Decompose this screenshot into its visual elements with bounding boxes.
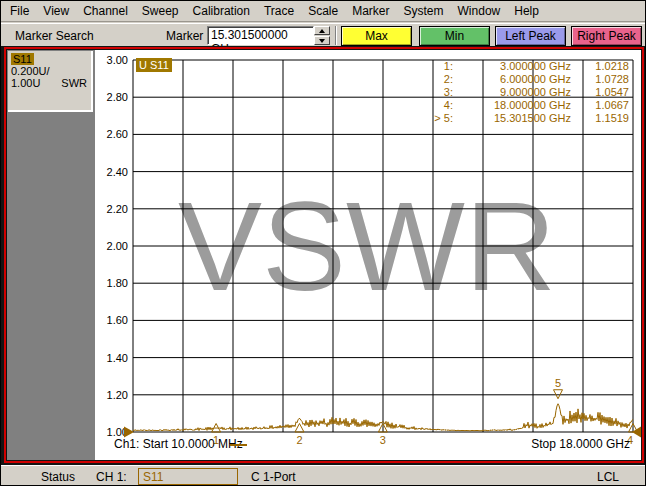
toolbar-button-left-peak[interactable]: Left Peak — [495, 26, 566, 46]
marker-table-cell: 6.000000 GHz — [453, 73, 571, 86]
marker-search-toolbar: Marker Search Marker 5 15.301500000 GHz … — [1, 23, 645, 46]
toolbar-button-right-peak[interactable]: Right Peak — [571, 26, 642, 46]
menu-item-scale[interactable]: Scale — [301, 2, 345, 21]
trace-format: SWR — [61, 77, 87, 89]
status-label: Status — [41, 470, 75, 484]
spinner-up-button[interactable] — [314, 26, 330, 35]
menu-item-help[interactable]: Help — [507, 2, 546, 21]
marker-number-label: 3 — [380, 434, 386, 446]
marker-table-cell: 1: — [395, 60, 453, 73]
y-tick-label: 1.80 — [95, 277, 128, 290]
menu-item-window[interactable]: Window — [451, 2, 508, 21]
marker-table-cell: 1.0547 — [571, 86, 629, 99]
sweep-start-label: Ch1: Start 10.0000 MHz — [114, 437, 243, 451]
measurement-screen: 3.002.802.602.402.202.001.801.601.401.20… — [95, 50, 641, 460]
marker-table-cell: 4: — [395, 99, 453, 112]
channel-label: CH 1: — [96, 470, 127, 484]
trace-reference: 1.00U — [11, 77, 40, 89]
marker-table-cell: 1.0218 — [571, 60, 629, 73]
marker-table-row: 4:18.000000 GHz1.0667 — [395, 99, 629, 112]
marker-table-cell: 3: — [395, 86, 453, 99]
marker-frequency-spinner — [314, 26, 330, 45]
y-tick-label: 2.20 — [95, 203, 128, 216]
menu-item-channel[interactable]: Channel — [76, 2, 135, 21]
spinner-down-button[interactable] — [314, 36, 330, 45]
marker-table-cell: > 5: — [395, 112, 453, 125]
marker-table-cell: 1.0728 — [571, 73, 629, 86]
measurement-field: S11 — [138, 468, 238, 485]
marker-table-row: 2:6.000000 GHz1.0728 — [395, 73, 629, 86]
marker-table-row: > 5:15.301500 GHz1.1519 — [395, 112, 629, 125]
instrument-display: S11 0.200U/ 1.00U SWR 3.002.802.602.402.… — [1, 46, 646, 465]
marker-table-cell: 3.000000 GHz — [453, 60, 571, 73]
calibration-status: C 1-Port — [251, 470, 296, 484]
arrow-down-icon — [319, 39, 325, 43]
status-bar: Status CH 1: S11 C 1-Port LCL — [1, 465, 645, 486]
toolbar-title: Marker Search — [15, 29, 94, 43]
toolbar-button-max[interactable]: Max — [341, 26, 412, 46]
y-tick-label: 2.00 — [95, 240, 128, 253]
y-tick-label: 2.80 — [95, 91, 128, 104]
arrow-up-icon — [319, 29, 325, 33]
marker-number-label: 2 — [296, 434, 302, 446]
menu-item-marker[interactable]: Marker — [345, 2, 396, 21]
y-tick-label: 1.40 — [95, 352, 128, 365]
toolbar-separator — [335, 26, 337, 45]
trace-name-badge[interactable]: S11 — [11, 53, 34, 65]
menu-item-system[interactable]: System — [397, 2, 451, 21]
y-tick-label: 1.60 — [95, 314, 128, 327]
display-red-frame: S11 0.200U/ 1.00U SWR 3.002.802.602.402.… — [4, 47, 644, 463]
y-tick-label: 2.40 — [95, 166, 128, 179]
menu-item-trace[interactable]: Trace — [257, 2, 301, 21]
trace-scale: 0.200U/ — [11, 65, 88, 77]
marker-frequency-input[interactable]: 15.301500000 GHz — [207, 26, 314, 45]
marker-table-cell: 1.0667 — [571, 99, 629, 112]
y-tick-label: 3.00 — [95, 54, 128, 67]
vna-app-window: FileViewChannelSweepCalibrationTraceScal… — [0, 0, 646, 486]
marker-table-cell: 1.1519 — [571, 112, 629, 125]
marker-table-row: 1:3.000000 GHz1.0218 — [395, 60, 629, 73]
marker-table-cell: 2: — [395, 73, 453, 86]
menu-item-sweep[interactable]: Sweep — [135, 2, 186, 21]
marker-table-cell: 15.301500 GHz — [453, 112, 571, 125]
trace-sidebar: S11 0.200U/ 1.00U SWR — [7, 50, 95, 460]
marker-number-label: 5 — [555, 377, 561, 389]
marker-table-row: 3:9.000000 GHz1.0547 — [395, 86, 629, 99]
active-trace-label: U S11 — [136, 58, 172, 72]
menu-item-file[interactable]: File — [3, 2, 36, 21]
local-remote-status: LCL — [597, 470, 619, 484]
marker-table-cell: 18.000000 GHz — [453, 99, 571, 112]
marker-table-cell: 9.000000 GHz — [453, 86, 571, 99]
toolbar-button-min[interactable]: Min — [419, 26, 490, 46]
menu-item-view[interactable]: View — [36, 2, 76, 21]
menu-item-calibration[interactable]: Calibration — [186, 2, 257, 21]
sweep-stop-label: Stop 18.0000 GHz — [531, 437, 630, 451]
menu-bar: FileViewChannelSweepCalibrationTraceScal… — [1, 1, 645, 22]
marker-glyph-active[interactable] — [554, 390, 563, 399]
trace-legend-dash — [230, 444, 247, 446]
y-tick-label: 1.20 — [95, 389, 128, 402]
trace-info-panel[interactable]: S11 0.200U/ 1.00U SWR — [8, 51, 93, 112]
y-tick-label: 2.60 — [95, 128, 128, 141]
